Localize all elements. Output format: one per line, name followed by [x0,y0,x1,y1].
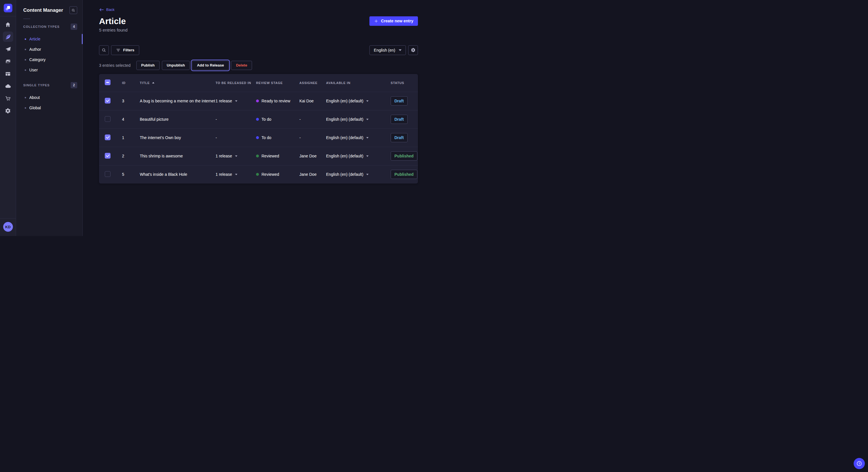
row-checkbox[interactable] [105,153,111,159]
table-row[interactable]: 5 What's inside a Black Hole 1 release R… [99,165,418,183]
bullet-icon [25,69,26,71]
row-checkbox[interactable] [105,171,111,177]
list-settings-button[interactable] [408,45,418,55]
sidebar-item-label: User [29,68,38,72]
add-to-release-button[interactable]: Add to Release [192,61,229,70]
subnav-title: Content Manager [23,7,63,13]
selection-count-text: 3 entries selected [99,63,131,68]
cell-to-be-released-in[interactable]: - [216,117,256,122]
bullet-icon [25,107,26,109]
table-row[interactable]: 1 The internet's Own boy - To do - Engli… [99,129,418,147]
review-stage-dot [256,100,259,102]
rail-nav [3,16,13,116]
bullet-icon [25,97,26,98]
cell-title: Beautiful picture [139,117,216,122]
back-link[interactable]: Back [99,7,115,12]
entries-count-subtitle: 5 entries found [99,28,418,32]
select-all-checkbox[interactable] [105,79,111,85]
column-header-status[interactable]: STATUS [391,81,418,85]
cell-available-in[interactable]: English (en) (default) [326,172,391,177]
row-checkbox[interactable] [105,98,111,103]
status-badge: Draft [391,115,408,124]
filter-icon [116,48,121,53]
page-title: Article [99,16,126,26]
main-nav-rail: KD [0,0,16,236]
cell-id: 1 [116,135,139,140]
filters-button[interactable]: Filters [111,45,139,55]
chevron-down-icon [235,174,237,175]
single-types-list: About Global [16,92,82,113]
table-row[interactable]: 2 This shrimp is awesome 1 release Revie… [99,147,418,165]
sort-ascending-icon [152,82,154,83]
locale-select[interactable]: English (en) [369,45,406,55]
strapi-logo[interactable] [4,4,12,12]
subnav-search-button[interactable] [69,6,77,14]
row-checkbox[interactable] [105,116,111,122]
cell-to-be-released-in[interactable]: 1 release [216,99,256,103]
bullet-icon [25,38,26,40]
sidebar-item-label: About [29,95,40,100]
sidebar-item[interactable]: Global [16,103,82,113]
main-content: Back Article Create new entry 5 entries … [83,0,434,236]
cell-assignee: Kai Doe [299,99,326,103]
column-header-available-in[interactable]: AVAILABLE IN [326,81,391,85]
settings-gear-icon[interactable] [3,105,13,116]
table-row[interactable]: 4 Beautiful picture - To do - English (e… [99,110,418,129]
layout-card-icon[interactable] [3,69,13,79]
column-header-title[interactable]: TITLE [139,81,216,85]
cell-assignee: - [299,117,326,122]
search-button[interactable] [99,45,109,55]
sidebar-item[interactable]: Author [16,44,82,55]
cell-title: The internet's Own boy [139,135,216,140]
media-library-icon[interactable] [3,56,13,67]
cell-to-be-released-in[interactable]: 1 release [216,154,256,158]
cell-id: 4 [116,117,139,122]
table-header-row: ID TITLE TO BE RELEASED IN REVIEW STAGE … [99,74,418,92]
entries-table: ID TITLE TO BE RELEASED IN REVIEW STAGE … [99,74,418,183]
sidebar-item[interactable]: User [16,65,82,75]
collection-types-list: Article Author Category User [16,34,82,75]
chevron-down-icon [366,119,369,120]
cell-available-in[interactable]: English (en) (default) [326,99,391,103]
user-avatar[interactable]: KD [3,222,13,232]
cell-review-stage: Ready to review [256,99,299,103]
cart-icon[interactable] [3,93,13,103]
cell-available-in[interactable]: English (en) (default) [326,117,391,122]
sidebar-item[interactable]: About [16,92,82,103]
table-row[interactable]: 3 A bug is becoming a meme on the intern… [99,92,418,110]
delete-button[interactable]: Delete [231,61,252,70]
column-header-review-stage[interactable]: REVIEW STAGE [256,81,299,85]
cell-id: 2 [116,154,139,158]
column-header-assignee[interactable]: ASSIGNEE [299,81,326,85]
publish-button[interactable]: Publish [136,61,160,70]
column-header-id[interactable]: ID [116,81,139,85]
cell-available-in[interactable]: English (en) (default) [326,154,391,158]
create-new-entry-button[interactable]: Create new entry [369,16,418,26]
cell-available-in[interactable]: English (en) (default) [326,135,391,140]
status-badge: Draft [391,133,408,142]
home-icon[interactable] [3,19,13,30]
strapi-logo-glyph [6,6,10,10]
cell-to-be-released-in[interactable]: 1 release [216,172,256,177]
chevron-down-icon [399,49,402,51]
send-plane-icon[interactable] [3,44,13,54]
sidebar-item[interactable]: Category [16,55,82,65]
cell-title: What's inside a Black Hole [139,172,216,177]
cell-title: A bug is becoming a meme on the internet [139,99,216,103]
cell-title: This shrimp is awesome [139,154,216,158]
cell-to-be-released-in[interactable]: - [216,135,256,140]
chevron-down-icon [366,100,369,102]
status-badge: Published [391,151,417,161]
row-checkbox[interactable] [105,134,111,140]
sidebar-item[interactable]: Article [16,34,82,44]
unpublish-button[interactable]: Unpublish [162,61,190,70]
sidebar-item-label: Author [29,47,41,52]
review-stage-dot [256,173,259,176]
content-manager-feather-icon[interactable] [3,32,13,42]
search-icon [71,8,75,12]
cloud-icon[interactable] [3,81,13,91]
column-header-released[interactable]: TO BE RELEASED IN [216,81,256,85]
chevron-down-icon [366,174,369,175]
bullet-icon [25,59,26,61]
back-arrow-icon [99,8,104,12]
